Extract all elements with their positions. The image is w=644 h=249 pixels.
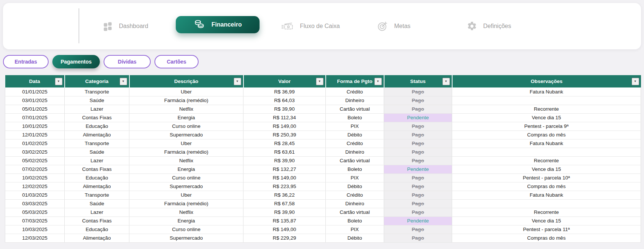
cell-descricao[interactable]: Curso online	[129, 122, 243, 130]
cell-observacoes[interactable]: Fatura Nubank	[452, 139, 641, 148]
cell-data[interactable]: 05/01/2025	[5, 105, 65, 113]
cell-status[interactable]: Pago	[384, 208, 452, 216]
cell-observacoes[interactable]: Compras do mês	[452, 130, 641, 139]
cell-forma-pgto[interactable]: Crédito	[326, 191, 384, 199]
cell-valor[interactable]: R$ 39,90	[243, 208, 326, 216]
cell-forma-pgto[interactable]: Cartão virtual	[326, 208, 384, 216]
cell-valor[interactable]: R$ 112,34	[243, 113, 326, 122]
cell-status[interactable]: Pago	[384, 105, 452, 113]
tab-pagamentos[interactable]: Pagamentos	[52, 55, 100, 68]
cell-observacoes[interactable]: Pentest - parcela 9ª	[452, 122, 641, 130]
cell-valor[interactable]: R$ 36,99	[243, 87, 326, 96]
cell-categoria[interactable]: Educação	[65, 225, 129, 234]
cell-categoria[interactable]: Saúde	[65, 96, 129, 105]
cell-valor[interactable]: R$ 63,61	[243, 148, 326, 156]
cell-forma-pgto[interactable]: Crédito	[326, 139, 384, 148]
cell-data[interactable]: 01/01/2025	[5, 87, 65, 96]
cell-descricao[interactable]: Uber	[129, 191, 243, 199]
cell-data[interactable]: 03/01/2025	[5, 96, 65, 105]
cell-valor[interactable]: R$ 36,22	[243, 191, 326, 199]
nav-item-fluxo-de-caixa[interactable]: Fluxo de Caixa	[280, 3, 340, 49]
cell-data[interactable]: 07/02/2025	[5, 165, 65, 173]
cell-categoria[interactable]: Alimentação	[65, 182, 129, 191]
table-row[interactable]: 12/01/2025 Alimentação Supermercado R$ 2…	[5, 130, 641, 139]
table-row[interactable]: 01/01/2025 Transporte Uber R$ 36,99 Créd…	[5, 87, 641, 96]
cell-observacoes[interactable]	[452, 148, 641, 156]
cell-forma-pgto[interactable]: PIX	[326, 122, 384, 130]
cell-categoria[interactable]: Lazer	[65, 156, 129, 165]
cell-categoria[interactable]: Educação	[65, 173, 129, 182]
cell-forma-pgto[interactable]: Débito	[326, 182, 384, 191]
cell-descricao[interactable]: Uber	[129, 139, 243, 148]
cell-forma-pgto[interactable]: PIX	[326, 225, 384, 234]
cell-data[interactable]: 07/03/2025	[5, 216, 65, 225]
nav-item-metas[interactable]: Metas	[377, 3, 411, 49]
cell-status[interactable]: Pago	[384, 139, 452, 148]
filter-dropdown-button[interactable]: ▼	[234, 78, 241, 85]
cell-status[interactable]: Pendente	[384, 216, 452, 225]
cell-valor[interactable]: R$ 39,90	[243, 156, 326, 165]
cell-categoria[interactable]: Alimentação	[65, 234, 129, 242]
table-row[interactable]: 07/03/2025 Contas Fixas Energia R$ 135,8…	[5, 216, 641, 225]
cell-categoria[interactable]: Contas Fixas	[65, 113, 129, 122]
table-row[interactable]: 12/03/2025 Alimentação Supermercado R$ 2…	[5, 234, 641, 242]
cell-status[interactable]: Pendente	[384, 113, 452, 122]
cell-observacoes[interactable]: Vence dia 15	[452, 113, 641, 122]
table-row[interactable]: 05/03/2025 Lazer Netflix R$ 39,90 Cartão…	[5, 208, 641, 216]
table-row[interactable]: 03/03/2025 Saúde Farmácia (remédio) R$ 6…	[5, 199, 641, 208]
cell-descricao[interactable]: Farmácia (remédio)	[129, 148, 243, 156]
cell-data[interactable]: 05/02/2025	[5, 156, 65, 165]
cell-observacoes[interactable]: Compras do mês	[452, 234, 641, 242]
nav-item-financeiro[interactable]: Financeiro	[176, 16, 260, 33]
table-row[interactable]: 07/02/2025 Contas Fixas Energia R$ 132,2…	[5, 165, 641, 173]
cell-valor[interactable]: R$ 223,95	[243, 182, 326, 191]
tab-cartoes[interactable]: Cartões	[154, 55, 199, 68]
cell-descricao[interactable]: Supermercado	[129, 182, 243, 191]
cell-data[interactable]: 12/02/2025	[5, 182, 65, 191]
cell-valor[interactable]: R$ 149,00	[243, 173, 326, 182]
cell-categoria[interactable]: Saúde	[65, 148, 129, 156]
cell-forma-pgto[interactable]: Boleto	[326, 216, 384, 225]
cell-status[interactable]: Pago	[384, 191, 452, 199]
cell-descricao[interactable]: Supermercado	[129, 234, 243, 242]
cell-categoria[interactable]: Contas Fixas	[65, 216, 129, 225]
cell-forma-pgto[interactable]: Cartão virtual	[326, 105, 384, 113]
cell-forma-pgto[interactable]: PIX	[326, 173, 384, 182]
cell-data[interactable]: 03/02/2025	[5, 148, 65, 156]
filter-dropdown-button[interactable]: ▼	[374, 78, 382, 85]
nav-item-definicoes[interactable]: Definições	[467, 3, 511, 49]
cell-descricao[interactable]: Netflix	[129, 208, 243, 216]
cell-categoria[interactable]: Contas Fixas	[65, 165, 129, 173]
table-row[interactable]: 05/01/2025 Lazer Netflix R$ 39,90 Cartão…	[5, 105, 641, 113]
nav-item-dashboard[interactable]: Dashboard	[102, 3, 148, 49]
cell-forma-pgto[interactable]: Dinheiro	[326, 148, 384, 156]
cell-data[interactable]: 12/01/2025	[5, 130, 65, 139]
cell-descricao[interactable]: Farmácia (remédio)	[129, 199, 243, 208]
cell-valor[interactable]: R$ 67,58	[243, 199, 326, 208]
cell-data[interactable]: 10/03/2025	[5, 225, 65, 234]
cell-forma-pgto[interactable]: Crédito	[326, 87, 384, 96]
cell-descricao[interactable]: Curso online	[129, 173, 243, 182]
cell-data[interactable]: 10/01/2025	[5, 122, 65, 130]
tab-entradas[interactable]: Entradas	[3, 55, 49, 68]
cell-valor[interactable]: R$ 135,87	[243, 216, 326, 225]
cell-observacoes[interactable]: Recorrente	[452, 208, 641, 216]
cell-observacoes[interactable]: Recorrente	[452, 156, 641, 165]
cell-data[interactable]: 05/03/2025	[5, 208, 65, 216]
cell-valor[interactable]: R$ 64,03	[243, 96, 326, 105]
cell-valor[interactable]: R$ 149,00	[243, 122, 326, 130]
filter-dropdown-button[interactable]: ▼	[55, 78, 62, 85]
cell-categoria[interactable]: Saúde	[65, 199, 129, 208]
cell-observacoes[interactable]: Compras do mês	[452, 182, 641, 191]
table-row[interactable]: 10/03/2025 Educação Curso online R$ 149,…	[5, 225, 641, 234]
cell-data[interactable]: 07/01/2025	[5, 113, 65, 122]
cell-descricao[interactable]: Curso online	[129, 225, 243, 234]
cell-descricao[interactable]: Netflix	[129, 156, 243, 165]
cell-observacoes[interactable]: Pentest - parcela 10ª	[452, 173, 641, 182]
table-row[interactable]: 03/02/2025 Saúde Farmácia (remédio) R$ 6…	[5, 148, 641, 156]
cell-status[interactable]: Pago	[384, 199, 452, 208]
cell-valor[interactable]: R$ 39,90	[243, 105, 326, 113]
cell-status[interactable]: Pago	[384, 182, 452, 191]
cell-observacoes[interactable]: Vence dia 15	[452, 165, 641, 173]
cell-descricao[interactable]: Uber	[129, 87, 243, 96]
